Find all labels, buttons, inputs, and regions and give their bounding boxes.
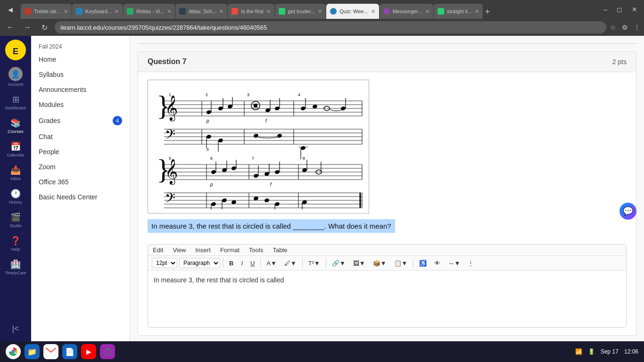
browser-tab-9[interactable]: straight li... ✕ (434, 4, 483, 19)
menu-edit[interactable]: Edit (148, 245, 168, 255)
extensions-icon[interactable]: ⚙ (622, 24, 628, 31)
more-options-button[interactable]: ⋮ (465, 258, 477, 268)
sidebar-item-home[interactable]: Home (31, 52, 130, 67)
menu-insert[interactable]: Insert (190, 245, 215, 255)
font-size-select[interactable]: 12pt (152, 258, 177, 268)
browser-tab-7[interactable]: Quiz: Wee... ✕ (326, 4, 379, 19)
paragraph-select[interactable]: Paragraph (179, 258, 220, 268)
svg-text:}: } (157, 90, 170, 121)
taskbar-docs[interactable]: 📄 (62, 344, 77, 359)
menu-table[interactable]: Table (268, 245, 292, 255)
taskbar-network-icon: 📶 (575, 348, 582, 355)
menu-format[interactable]: Format (215, 245, 244, 255)
preview-button[interactable]: 👁 (431, 258, 443, 268)
embed-button[interactable]: 📦▼ (370, 258, 389, 268)
question-points: 2 pts (612, 58, 627, 66)
reload-button[interactable]: ↻ (38, 21, 51, 34)
rich-text-editor[interactable]: Edit View Insert Format Tools Table 12pt… (148, 244, 627, 328)
sidebar-item-syllabus[interactable]: Syllabus (31, 67, 130, 82)
restore-button[interactable]: ◻ (614, 5, 625, 14)
nav-item-inbox[interactable]: 📥 Inbox (1, 162, 30, 184)
sidebar-item-modules[interactable]: Modules (31, 97, 130, 112)
sidebar-item-zoom[interactable]: Zoom (31, 159, 130, 174)
tab-close-3[interactable]: ✕ (167, 8, 171, 15)
nav-item-studio[interactable]: 🎬 Studio (1, 209, 30, 231)
editor-body[interactable]: In measure 3, the rest that is circled i… (148, 271, 626, 327)
question-card: Question 7 2 pts 1 2 3 4 (138, 51, 636, 336)
nav-item-account[interactable]: 👤 Account (1, 64, 30, 90)
browser-tab-4[interactable]: Atlas: Sch... ✕ (175, 4, 227, 19)
highlight-color-button[interactable]: 🖊▼ (281, 258, 299, 268)
browser-tab-6[interactable]: get louder... ✕ (275, 4, 326, 19)
taskbar-chrome[interactable] (6, 344, 21, 359)
tab-close-4[interactable]: ✕ (219, 8, 223, 15)
nav-item-timelycare[interactable]: 🏥 TimelyCare (1, 256, 30, 278)
browser-tab-3[interactable]: Relias - Vi... ✕ (123, 4, 175, 19)
menu-view[interactable]: View (168, 245, 190, 255)
link-button[interactable]: 🔗▼ (329, 258, 348, 268)
minimize-button[interactable]: – (601, 5, 610, 14)
bold-button[interactable]: B (226, 258, 236, 268)
nav-item-courses[interactable]: 📚 Courses (1, 115, 30, 137)
tab-close-1[interactable]: ✕ (64, 8, 68, 15)
sidebar-item-announcements[interactable]: Announcements (31, 82, 130, 97)
taskbar-other[interactable]: 🎵 (100, 344, 115, 359)
tab-close-7[interactable]: ✕ (371, 8, 375, 15)
sidebar-item-grades[interactable]: Grades 4 (31, 112, 130, 129)
superscript-button[interactable]: T²▼ (305, 258, 323, 268)
address-input[interactable] (55, 21, 606, 33)
tab-close-6[interactable]: ✕ (318, 8, 322, 15)
bookmark-icon[interactable]: ☆ (610, 24, 616, 31)
close-window-button[interactable]: ✕ (629, 5, 640, 14)
directionality-button[interactable]: ↔▼ (445, 258, 463, 268)
question-title: Question 7 (148, 58, 187, 66)
tab-close-8[interactable]: ✕ (425, 8, 429, 15)
nav-item-dashboard[interactable]: ⊞ Dashboard (1, 91, 30, 113)
tab-close-9[interactable]: ✕ (475, 8, 479, 15)
svg-text:𝄢: 𝄢 (165, 191, 175, 208)
sidebar-item-office365[interactable]: Office 365 (31, 174, 130, 189)
nav-item-history[interactable]: 🕐 History (1, 186, 30, 207)
menu-tools[interactable]: Tools (244, 245, 268, 255)
browser-tab-1[interactable]: Treble cle... ✕ (21, 4, 72, 19)
back-button[interactable]: ← (4, 21, 17, 34)
underline-button[interactable]: U (248, 258, 257, 268)
nav-collapse-button[interactable]: |< (8, 320, 23, 337)
svg-text:3: 3 (247, 92, 249, 97)
sidebar-item-people[interactable]: People (31, 144, 130, 159)
taskbar-files[interactable]: 📁 (25, 344, 40, 359)
sidebar-item-chat[interactable]: Chat (31, 129, 130, 144)
svg-text:4: 4 (298, 92, 300, 97)
sidebar-item-basicneeds[interactable]: Basic Needs Center (31, 189, 130, 205)
browser-tab-8[interactable]: Messenger... ✕ (380, 4, 433, 19)
content-area: Question 7 2 pts 1 2 3 4 (130, 36, 644, 341)
calendar-icon: 📅 (10, 141, 21, 152)
new-tab-button[interactable]: + (483, 5, 492, 19)
taskbar-youtube[interactable]: ▶ (81, 344, 96, 359)
timelycare-icon: 🏥 (10, 259, 21, 270)
nav-item-calendar[interactable]: 📅 Calendar (1, 139, 30, 160)
text-color-button[interactable]: A▼ (264, 258, 280, 268)
tab-close-5[interactable]: ✕ (266, 8, 271, 15)
svg-point-99 (211, 202, 216, 206)
messenger-fab[interactable]: 💬 (619, 203, 636, 220)
browser-tab-5[interactable]: Is the first ✕ (228, 4, 274, 19)
tab-close-2[interactable]: ✕ (115, 8, 119, 15)
main-layout: E 👤 Account ⊞ Dashboard 📚 Courses 📅 Cale… (0, 36, 644, 341)
image-button[interactable]: 🖼▼ (350, 258, 368, 268)
accessibility-button[interactable]: ♿ (416, 258, 429, 268)
taskbar-gmail[interactable] (43, 344, 58, 359)
toolbar-divider-3 (302, 258, 303, 268)
forward-button[interactable]: → (21, 21, 34, 34)
lti-button[interactable]: 📋▼ (391, 258, 411, 268)
menu-icon[interactable]: ⋮ (634, 24, 640, 31)
italic-button[interactable]: I (238, 258, 246, 268)
svg-point-77 (253, 173, 259, 178)
svg-point-101 (222, 198, 227, 203)
svg-point-114 (12, 350, 15, 353)
help-icon: ❓ (10, 236, 21, 246)
browser-tab-2[interactable]: Keyboard... ✕ (72, 4, 123, 19)
nav-item-help[interactable]: ❓ Help (1, 233, 30, 255)
svg-point-75 (231, 166, 237, 171)
tab-previous[interactable]: ◀ (4, 3, 17, 16)
